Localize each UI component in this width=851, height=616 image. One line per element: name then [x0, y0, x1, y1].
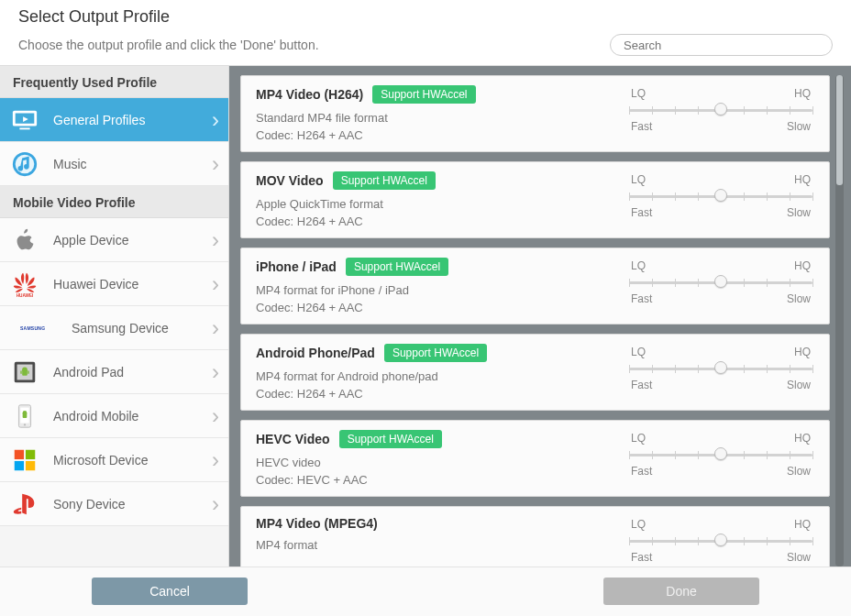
- page-title: Select Output Profile: [18, 7, 833, 27]
- slow-label: Slow: [787, 292, 811, 305]
- monitor-icon: [11, 106, 39, 134]
- svg-rect-17: [23, 412, 28, 418]
- chevron-right-icon: ›: [212, 403, 219, 429]
- sidebar-item-microsoft-device[interactable]: Microsoft Device›: [0, 438, 228, 482]
- sidebar-item-android-mobile[interactable]: Android Mobile›: [0, 394, 228, 438]
- lq-label: LQ: [631, 87, 646, 100]
- profile-card[interactable]: iPhone / iPadSupport HWAccelMP4 format f…: [240, 248, 830, 324]
- profile-card[interactable]: MOV VideoSupport HWAccelApple QuickTime …: [240, 161, 830, 238]
- sidebar-item-label: General Profiles: [53, 113, 212, 127]
- profile-desc: Standard MP4 file format: [256, 111, 629, 125]
- profile-card[interactable]: MP4 Video (MPEG4)MP4 formatLQHQFastSlow: [240, 506, 830, 566]
- apple-icon: [11, 226, 39, 254]
- chevron-right-icon: ›: [212, 447, 219, 473]
- profile-title: iPhone / iPad: [256, 259, 337, 274]
- page-subtitle: Choose the output profile and click the …: [18, 38, 319, 52]
- svg-point-18: [24, 424, 26, 425]
- quality-slider[interactable]: LQHQFastSlow: [629, 516, 812, 564]
- profile-codec: Codec: H264 + AAC: [256, 387, 629, 401]
- svg-rect-22: [26, 460, 35, 469]
- profile-card[interactable]: HEVC VideoSupport HWAccelHEVC videoCodec…: [240, 420, 830, 497]
- microsoft-icon: [11, 446, 39, 474]
- fast-label: Fast: [631, 465, 652, 478]
- quality-slider[interactable]: LQHQFastSlow: [629, 171, 812, 228]
- profile-title: Android Phone/Pad: [256, 346, 375, 360]
- hwaccel-badge: Support HWAccel: [384, 344, 487, 362]
- sidebar-item-music[interactable]: Music›: [0, 142, 228, 186]
- chevron-right-icon: ›: [212, 315, 219, 341]
- profile-title: MP4 Video (H264): [256, 87, 363, 102]
- quality-slider[interactable]: LQHQFastSlow: [629, 258, 812, 314]
- huawei-icon: HUAWEI: [11, 270, 39, 298]
- android-mobile-icon: [11, 402, 39, 430]
- android-pad-icon: [11, 358, 39, 386]
- profile-card[interactable]: MP4 Video (H264)Support HWAccelStandard …: [240, 75, 830, 152]
- quality-slider[interactable]: LQHQFastSlow: [629, 430, 812, 487]
- chevron-right-icon: ›: [212, 271, 219, 297]
- slider-thumb[interactable]: [714, 447, 727, 460]
- slider-thumb[interactable]: [714, 275, 727, 288]
- hwaccel-badge: Support HWAccel: [372, 85, 475, 104]
- search-input[interactable]: [610, 34, 833, 56]
- sidebar-item-label: Microsoft Device: [53, 453, 212, 468]
- scrollbar[interactable]: [835, 75, 844, 566]
- quality-slider[interactable]: LQHQFastSlow: [629, 344, 812, 401]
- hq-label: HQ: [794, 173, 811, 186]
- lq-label: LQ: [631, 518, 646, 531]
- samsung-icon: SAMSUNG: [11, 314, 57, 342]
- hq-label: HQ: [794, 518, 811, 531]
- profile-title: HEVC Video: [256, 432, 330, 446]
- slider-thumb[interactable]: [714, 361, 727, 374]
- svg-text:HUAWEI: HUAWEI: [17, 293, 34, 298]
- cancel-button[interactable]: Cancel: [92, 578, 248, 605]
- profile-desc: Apple QuickTime format: [256, 197, 629, 211]
- profile-title: MOV Video: [256, 173, 324, 188]
- sidebar-item-label: Music: [53, 157, 212, 171]
- slider-thumb[interactable]: [714, 189, 727, 202]
- lq-label: LQ: [631, 259, 646, 272]
- slider-thumb[interactable]: [714, 534, 727, 546]
- hwaccel-badge: Support HWAccel: [346, 258, 448, 276]
- hq-label: HQ: [794, 346, 811, 358]
- quality-slider[interactable]: LQHQFastSlow: [629, 85, 812, 142]
- sidebar: Frequently Used Profile General Profiles…: [0, 66, 229, 566]
- svg-rect-12: [20, 370, 21, 374]
- svg-rect-19: [15, 449, 24, 458]
- chevron-right-icon: ›: [212, 359, 219, 385]
- sidebar-item-sony-device[interactable]: Sony Device›: [0, 482, 228, 526]
- profile-desc: MP4 format for iPhone / iPad: [256, 283, 629, 297]
- header: Select Output Profile Choose the output …: [0, 0, 851, 65]
- slow-label: Slow: [787, 379, 811, 391]
- profile-card[interactable]: Android Phone/PadSupport HWAccelMP4 form…: [240, 334, 830, 411]
- lq-label: LQ: [631, 432, 646, 445]
- svg-rect-21: [15, 460, 24, 469]
- sidebar-item-label: Huawei Device: [53, 277, 212, 292]
- done-button[interactable]: Done: [603, 578, 759, 605]
- slow-label: Slow: [787, 465, 811, 478]
- hwaccel-badge: Support HWAccel: [333, 171, 436, 190]
- profile-desc: HEVC video: [256, 456, 629, 469]
- sidebar-item-label: Android Mobile: [53, 409, 212, 424]
- svg-text:SAMSUNG: SAMSUNG: [20, 325, 45, 331]
- slow-label: Slow: [787, 120, 811, 133]
- profile-desc: MP4 format: [256, 538, 629, 552]
- profile-codec: Codec: HEVC + AAC: [256, 473, 629, 487]
- fast-label: Fast: [631, 206, 652, 219]
- sidebar-item-samsung-device[interactable]: SAMSUNGSamsung Device›: [0, 306, 228, 350]
- scrollbar-thumb[interactable]: [836, 75, 843, 185]
- sidebar-item-general-profiles[interactable]: General Profiles›: [0, 98, 228, 142]
- slider-thumb[interactable]: [714, 103, 727, 116]
- chevron-right-icon: ›: [212, 491, 219, 517]
- slow-label: Slow: [787, 551, 811, 564]
- slow-label: Slow: [787, 206, 811, 219]
- sidebar-item-android-pad[interactable]: Android Pad›: [0, 350, 228, 394]
- sidebar-item-apple-device[interactable]: Apple Device›: [0, 218, 228, 262]
- chevron-right-icon: ›: [212, 227, 219, 253]
- fast-label: Fast: [631, 120, 652, 133]
- footer: Cancel Done: [0, 566, 851, 616]
- sidebar-heading-mobile: Mobile Video Profile: [0, 186, 228, 218]
- profile-codec: Codec: H264 + AAC: [256, 128, 629, 142]
- sidebar-item-huawei-device[interactable]: HUAWEIHuawei Device›: [0, 262, 228, 306]
- sidebar-item-label: Apple Device: [53, 233, 212, 248]
- chevron-right-icon: ›: [212, 151, 219, 177]
